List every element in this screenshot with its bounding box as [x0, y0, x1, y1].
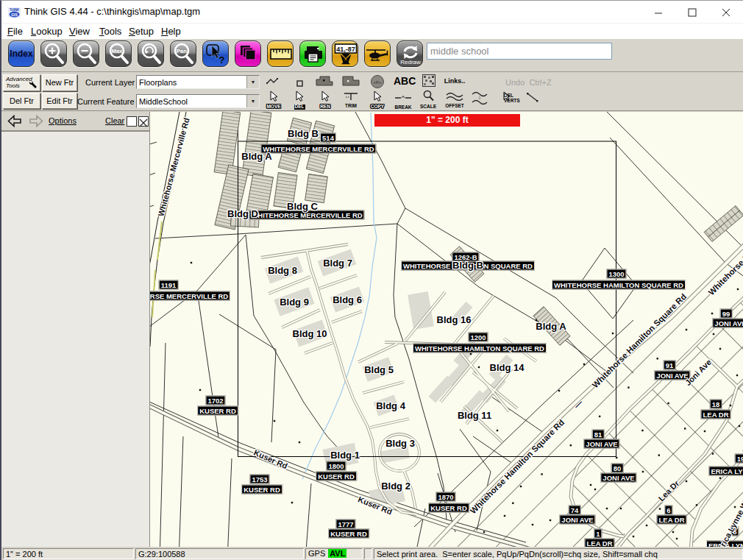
menu-setup[interactable]: Setup — [129, 26, 154, 37]
back-arrow-icon[interactable] — [7, 115, 22, 127]
rename-tool[interactable]: REN — [316, 91, 334, 110]
menu-view[interactable]: View — [69, 26, 90, 37]
map-label-halo: Bldg 6 — [333, 294, 362, 305]
edit-ftr-button[interactable]: Edit Ftr — [42, 93, 77, 109]
status-gps: GPSAVL — [305, 548, 363, 559]
menu-lookup[interactable]: Lookup — [31, 26, 63, 37]
options-link[interactable]: Options — [49, 116, 77, 125]
draw-polygon-tool[interactable] — [341, 75, 361, 91]
map-label-box: 1753 — [249, 475, 269, 484]
scale-label: SCALE — [419, 104, 437, 110]
map-label-box: 1300 — [606, 269, 626, 279]
zoom-back-button[interactable] — [138, 40, 164, 67]
forward-arrow-icon[interactable] — [29, 115, 43, 127]
move-tool[interactable]: MOVE — [263, 91, 284, 110]
scale-tool[interactable]: SCALE — [419, 90, 437, 110]
text-tool[interactable]: ABC — [394, 75, 413, 87]
zoom-max-button[interactable]: Max — [105, 40, 132, 67]
delete-tool[interactable]: DEL — [291, 91, 308, 110]
current-feature-dropdown[interactable]: MiddleSchool ▼ — [136, 94, 260, 108]
new-ftr-button[interactable]: New Ftr — [42, 74, 77, 91]
x-mark-icon — [139, 118, 148, 127]
helicopter-button[interactable] — [364, 40, 391, 67]
offset-tool[interactable]: OFFSET — [444, 91, 465, 109]
map-label-halo: Bldg 10 — [293, 328, 327, 339]
clear-link[interactable]: Clear — [105, 116, 124, 125]
map-label-halo: Bldg C — [287, 201, 318, 212]
svg-text:Pan: Pan — [177, 48, 187, 54]
rename-label: REN — [316, 104, 334, 110]
status-spacer — [364, 548, 372, 559]
map-label-box: 99 — [720, 309, 733, 319]
close-button[interactable] — [709, 1, 743, 24]
search-input[interactable] — [427, 43, 612, 60]
map-label-box: 1200 — [468, 333, 488, 342]
zoom-back-icon — [138, 41, 165, 68]
checkbox-empty[interactable] — [127, 116, 137, 127]
measure-button[interactable] — [267, 40, 294, 67]
trim-icon — [343, 91, 359, 101]
app-icon: THINK GIS — [8, 7, 21, 18]
draw-polygon-filled-tool[interactable] — [314, 75, 335, 91]
map-label-box: 1870 — [436, 492, 455, 502]
offset-label: OFFSET — [444, 104, 465, 109]
fill-pattern-tool[interactable] — [422, 74, 436, 90]
sidebar-panel: Options Clear — [1, 111, 149, 547]
rename-cursor-icon — [321, 91, 330, 102]
print-button[interactable] — [299, 40, 326, 67]
draw-circle-tool[interactable]: +R+ — [369, 74, 385, 92]
current-layer-dropdown[interactable]: Floorplans ▼ — [136, 75, 260, 89]
current-feature-dropdown-arrow[interactable]: ▼ — [246, 95, 259, 107]
zoom-in-button[interactable] — [40, 40, 67, 67]
pan-button[interactable]: Pan — [170, 40, 196, 67]
draw-line-tool[interactable] — [265, 76, 284, 89]
del-verts-tool[interactable]: DELVERTS — [496, 91, 518, 104]
map-label-halo: Bldg 8 — [268, 265, 297, 276]
main-toolbar: Index Max — [1, 39, 743, 72]
diagonal-line-tool[interactable] — [525, 92, 540, 105]
point-icon — [296, 80, 304, 88]
menu-help[interactable]: Help — [161, 26, 181, 37]
zoom-out-button[interactable] — [73, 40, 99, 67]
minimize-button[interactable] — [641, 1, 675, 24]
menu-tools[interactable]: Tools — [99, 26, 121, 37]
coordinates-icon: 41,-87 — [333, 41, 359, 68]
coordinates-button[interactable]: 41,-87 — [332, 40, 358, 67]
polygon-filled-icon — [315, 75, 334, 88]
checkbox-checked[interactable] — [138, 116, 149, 127]
map-label-box: JONI AVE — [583, 439, 619, 449]
identify-button[interactable]: ? — [202, 40, 229, 67]
map-viewport[interactable]: 1" = 200 ft WHITEHORSE MERCERVILLE RD514… — [149, 112, 743, 547]
polygon-icon — [341, 75, 360, 88]
smooth-tool[interactable] — [471, 91, 488, 108]
trim-tool[interactable]: TRIM — [341, 91, 360, 109]
map-label-box: 1191 — [159, 280, 179, 290]
menu-file[interactable]: File — [7, 26, 23, 37]
map-scale-bar: 1" = 200 ft — [374, 114, 520, 127]
del-ftr-button[interactable]: Del Ftr — [3, 93, 40, 109]
smooth-icon — [472, 91, 488, 105]
map-label-box: LEA DR — [700, 410, 730, 419]
map-label-box: WHITEHORSE HAMILTON SQUARE RD — [413, 344, 547, 353]
links-button[interactable]: Links.. — [444, 77, 466, 85]
map-label-halo: Bldg 9 — [280, 297, 309, 308]
index-button[interactable]: Index — [8, 40, 35, 67]
copy-cursor-icon — [373, 91, 382, 102]
map-label-box: KUSER RD — [328, 529, 369, 539]
map-label-halo: Bldg A — [241, 151, 271, 162]
map-label-box: 80 — [611, 464, 624, 473]
status-bar: 1" = 200 ft G:29:100588 GPSAVL Select pr… — [1, 547, 743, 560]
maximize-button[interactable] — [675, 1, 709, 24]
break-tool[interactable]: BREAK — [393, 92, 413, 110]
redraw-button[interactable]: Redraw — [397, 40, 423, 67]
current-layer-dropdown-arrow[interactable]: ▼ — [246, 76, 259, 88]
diagonal-line-icon — [526, 92, 539, 102]
pan-icon: Pan — [171, 41, 197, 68]
map-label-box: ERICA LYNNE — [708, 467, 743, 476]
draw-point-tool[interactable] — [294, 77, 306, 91]
copy-tool[interactable]: COPY — [368, 91, 387, 110]
del-verts-label: DELVERTS — [504, 93, 520, 103]
current-feature-value: MiddleSchool — [139, 97, 188, 106]
advanced-tools-button[interactable]: Advanced Tools — [3, 74, 40, 91]
layers-button[interactable] — [235, 40, 261, 67]
